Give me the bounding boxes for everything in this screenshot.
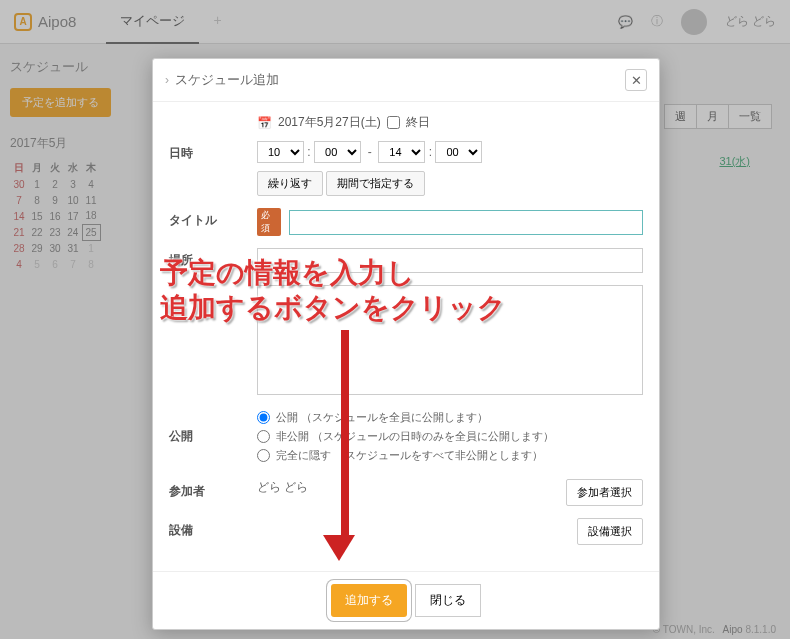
modal-header: › スケジュール追加 ✕ — [153, 59, 659, 102]
label-memo — [169, 285, 257, 289]
end-min-select[interactable]: 00 — [435, 141, 482, 163]
label-facility: 設備 — [169, 518, 257, 539]
modal-footer: 追加する 閉じる — [153, 571, 659, 629]
allday-checkbox[interactable] — [387, 116, 400, 129]
chevron-icon: › — [165, 73, 169, 87]
publish-radio-public[interactable] — [257, 411, 270, 424]
selected-date: 2017年5月27日(土) — [278, 114, 381, 131]
member-value: どら どら — [257, 480, 308, 494]
label-title: タイトル — [169, 208, 257, 229]
cancel-button[interactable]: 閉じる — [415, 584, 481, 617]
calendar-icon[interactable]: 📅 — [257, 116, 272, 130]
range-button[interactable]: 期間で指定する — [326, 171, 425, 196]
label-members: 参加者 — [169, 479, 257, 500]
start-hour-select[interactable]: 10 — [257, 141, 304, 163]
label-publish: 公開 — [169, 410, 257, 445]
close-button[interactable]: ✕ — [625, 69, 647, 91]
publish-radio-private[interactable] — [257, 430, 270, 443]
start-min-select[interactable]: 00 — [314, 141, 361, 163]
memo-textarea[interactable] — [257, 285, 643, 395]
end-hour-select[interactable]: 14 — [378, 141, 425, 163]
member-select-button[interactable]: 参加者選択 — [566, 479, 643, 506]
label-datetime: 日時 — [169, 141, 257, 162]
schedule-add-modal: › スケジュール追加 ✕ 📅 2017年5月27日(土) 終日 日時 10 : … — [152, 58, 660, 630]
title-input[interactable] — [289, 210, 643, 235]
facility-select-button[interactable]: 設備選択 — [577, 518, 643, 545]
repeat-button[interactable]: 繰り返す — [257, 171, 323, 196]
publish-radio-hidden[interactable] — [257, 449, 270, 462]
date-line: 📅 2017年5月27日(土) 終日 — [257, 114, 643, 131]
location-input[interactable] — [257, 248, 643, 273]
label-location: 場所 — [169, 248, 257, 269]
modal-title: スケジュール追加 — [175, 71, 279, 89]
submit-button[interactable]: 追加する — [331, 584, 407, 617]
allday-label: 終日 — [406, 114, 430, 131]
required-badge: 必須 — [257, 208, 281, 236]
